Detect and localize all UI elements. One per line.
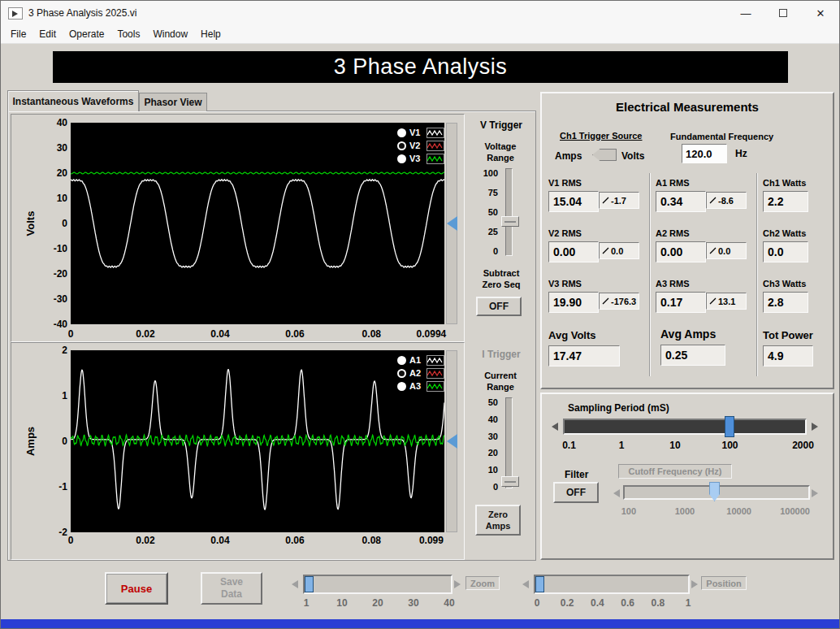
filter-label: Filter xyxy=(565,469,588,480)
save-data-button[interactable]: Save Data xyxy=(201,572,262,605)
current-range-handle[interactable] xyxy=(501,476,519,487)
menu-help[interactable]: Help xyxy=(194,26,227,42)
position-track[interactable] xyxy=(534,575,690,594)
avg-amps-value: 0.25 xyxy=(660,345,725,366)
measure-value: 0.00 xyxy=(656,241,706,262)
v1-plot-swatch[interactable] xyxy=(426,128,444,138)
a2-rms-cell: A2 RMS 0.00 0.0 xyxy=(656,228,747,262)
maximize-button[interactable] xyxy=(764,1,802,25)
legend-item-a3[interactable]: A3 xyxy=(378,380,444,393)
v1-waveform-trace xyxy=(71,180,444,267)
legend-item-a2[interactable]: A2 xyxy=(378,367,444,380)
menu-tools[interactable]: Tools xyxy=(110,26,146,42)
scale-tick-label: 10 xyxy=(488,465,498,475)
a3-rms-cell: A3 RMS 0.17 13.1 xyxy=(656,279,747,313)
a3-visible-radio[interactable] xyxy=(397,382,406,391)
v1-visible-radio[interactable] xyxy=(397,128,406,137)
swatch-wave-icon xyxy=(427,358,442,362)
subtract-zero-seq-button[interactable]: OFF xyxy=(476,297,522,316)
legend-item-a1[interactable]: A1 xyxy=(378,354,444,367)
filter-button[interactable]: OFF xyxy=(553,482,599,503)
v3-rms-cell: V3 RMS 19.90 -176.3 xyxy=(548,279,639,313)
scale-tick-label: 30 xyxy=(57,142,67,154)
measure-label: A2 RMS xyxy=(656,228,747,238)
avg-amps-cell: Avg Amps 0.25 xyxy=(660,328,725,366)
swatch-wave-icon xyxy=(427,371,442,375)
scale-tick-label: 30 xyxy=(408,597,418,609)
voltage-range-handle[interactable] xyxy=(501,216,519,227)
column-divider xyxy=(756,173,757,376)
v2-plot-swatch[interactable] xyxy=(426,141,444,151)
legend-item-v3[interactable]: V3 xyxy=(378,152,444,165)
a3-plot-swatch[interactable] xyxy=(426,381,444,392)
zoom-increment-arrow[interactable] xyxy=(454,580,461,588)
menu-file[interactable]: File xyxy=(4,26,32,42)
voltage-range-track[interactable] xyxy=(505,168,513,256)
fundamental-frequency-input[interactable] xyxy=(682,144,727,163)
v3-visible-radio[interactable] xyxy=(397,154,406,163)
subtract-zero-seq-label: Subtract Zero Seq xyxy=(474,267,529,291)
sampling-handle[interactable] xyxy=(725,416,734,437)
i-trigger-title: I Trigger xyxy=(469,349,534,360)
tot-power-value: 4.9 xyxy=(763,345,813,367)
scale-tick-label: 20 xyxy=(488,448,498,458)
close-button[interactable]: ✕ xyxy=(802,1,839,25)
window-title: 3 Phase Analysis 2025.vi xyxy=(28,7,136,19)
measure-angle: -8.6 xyxy=(706,192,747,209)
a1-visible-radio[interactable] xyxy=(397,356,406,365)
tab-phasor-view[interactable]: Phasor View xyxy=(139,93,207,111)
scale-tick-label: 2 xyxy=(62,345,67,356)
i-trigger-cursor[interactable] xyxy=(447,434,457,449)
scale-tick-label: 50 xyxy=(488,207,498,217)
trigger-source-switch[interactable] xyxy=(592,149,617,161)
menu-window[interactable]: Window xyxy=(146,26,194,42)
v3-waveform-trace xyxy=(71,172,444,174)
amp-legend: A1 A2 A3 xyxy=(378,354,444,393)
position-increment-arrow[interactable] xyxy=(691,580,698,588)
menu-edit[interactable]: Edit xyxy=(32,26,63,42)
menu-operate[interactable]: Operate xyxy=(63,26,110,42)
measure-angle: 13.1 xyxy=(706,293,747,310)
a2-plot-swatch[interactable] xyxy=(426,368,444,379)
v3-plot-swatch[interactable] xyxy=(426,154,444,164)
scale-tick-label: 0 xyxy=(493,482,498,492)
zoom-track[interactable] xyxy=(303,575,452,594)
scale-tick-label: 0.02 xyxy=(136,535,154,546)
a1-plot-swatch[interactable] xyxy=(426,355,444,366)
v2-visible-radio[interactable] xyxy=(397,141,406,150)
scale-tick-label: -20 xyxy=(54,268,67,280)
position-decrement-arrow[interactable] xyxy=(522,580,529,588)
scale-tick-label: 0.08 xyxy=(362,328,381,340)
scale-tick-label: 10 xyxy=(669,440,680,451)
cutoff-increment-arrow[interactable] xyxy=(812,489,818,497)
a2-visible-radio[interactable] xyxy=(397,369,406,378)
scale-tick-label: -30 xyxy=(54,293,67,305)
cutoff-decrement-arrow[interactable] xyxy=(613,489,620,497)
page-title: 3 Phase Analysis xyxy=(53,51,788,83)
current-range-track[interactable] xyxy=(505,397,513,488)
electrical-measurements-panel: Electrical Measurements Ch1 Trigger Sour… xyxy=(540,92,834,389)
sampling-increment-arrow[interactable] xyxy=(812,423,818,431)
avg-volts-label: Avg Volts xyxy=(548,329,620,341)
angle-icon xyxy=(709,297,717,305)
scale-tick-label: 0 xyxy=(535,597,540,609)
minimize-button[interactable]: — xyxy=(727,1,764,25)
legend-item-v2[interactable]: V2 xyxy=(378,139,444,152)
zoom-decrement-arrow[interactable] xyxy=(292,580,298,588)
scale-tick-label: 20 xyxy=(372,597,383,609)
sampling-decrement-arrow[interactable] xyxy=(552,423,558,431)
measure-value: 0.0 xyxy=(763,241,808,262)
app-window: 3 Phase Analysis 2025.vi — ✕ File Edit O… xyxy=(0,0,840,629)
position-handle[interactable] xyxy=(535,576,544,592)
scale-tick-label: 0.08 xyxy=(362,535,381,546)
v-trigger-cursor[interactable] xyxy=(447,216,457,231)
scale-tick-label: 1 xyxy=(62,390,67,401)
zero-amps-button[interactable]: Zero Amps xyxy=(475,505,521,536)
sampling-track[interactable] xyxy=(563,419,807,435)
tab-instantaneous-waveforms[interactable]: Instantaneous Waveforms xyxy=(7,90,139,111)
legend-item-v1[interactable]: V1 xyxy=(378,126,444,139)
zoom-handle[interactable] xyxy=(305,576,314,592)
pause-button[interactable]: Pause xyxy=(105,572,168,605)
switch-volts-label: Volts xyxy=(621,150,644,162)
scale-tick-label: 0.02 xyxy=(136,328,154,340)
